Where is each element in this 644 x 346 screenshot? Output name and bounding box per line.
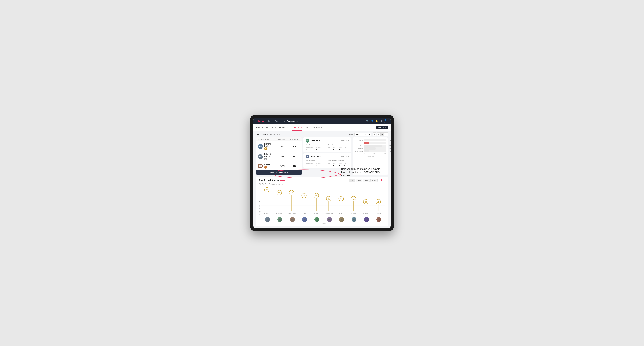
settings-icon[interactable]: ⚙: [380, 120, 382, 123]
svg-text:E. Ebert: E. Ebert: [264, 213, 270, 214]
table-row[interactable]: RB Richard Butler 1 19/20 110: [256, 141, 302, 152]
svg-text:6x: 6x: [278, 192, 280, 194]
bar-row-birdies: Birdies 96: [354, 142, 386, 144]
avatar-butler: RBu: [364, 217, 369, 222]
leaderboard-header: PLAYER NAME PB SCORE PB AVG SQ: [256, 137, 302, 141]
filter-ott[interactable]: OTT: [349, 179, 356, 182]
svg-text:6x: 6x: [291, 192, 293, 194]
streaks-filter: OTT APP ARG PUTT: [349, 179, 385, 182]
player-card-josh: JC Josh Coles 26 Aug 2023 Total Rounds T…: [304, 153, 351, 168]
avatar-mcherg: BM: [278, 217, 282, 222]
edit-icon[interactable]: ✏: [279, 133, 280, 135]
nav-links: Home Teams My Performance: [268, 120, 363, 122]
streak-svg: 0 2 4 6 7x E. Ebert: [261, 187, 385, 215]
view-icons: ▦ ≡ ▣ ⋮: [373, 133, 388, 136]
rank-badge-1: 1: [264, 147, 267, 150]
players-label: Players: [261, 223, 385, 224]
ott-label: Off The Tee, Fairway Accuracy: [259, 183, 385, 185]
svg-text:R. Britt: R. Britt: [314, 213, 319, 214]
tab-pga[interactable]: PGA: [272, 124, 276, 131]
annotation: Here you can see streaks your players ha…: [341, 167, 383, 177]
tab-pgat-players[interactable]: PGAT Players: [256, 124, 268, 131]
nav-my-performance[interactable]: My Performance: [284, 120, 298, 122]
table-row[interactable]: EC Edward Crossman 2 18/20 107: [256, 152, 302, 162]
svg-text:E. Crossman: E. Crossman: [324, 213, 333, 214]
filter-putt[interactable]: PUTT: [370, 179, 378, 182]
leaderboard-panel: PLAYER NAME PB SCORE PB AVG SQ RB: [256, 137, 302, 175]
profile-icon[interactable]: 👤▾: [384, 120, 387, 123]
svg-text:4x: 4x: [328, 198, 330, 200]
avatar: EC: [258, 154, 263, 159]
svg-text:5x: 5x: [303, 195, 305, 197]
nav-logo: clippd: [257, 120, 264, 123]
stats-grid: Total Rounds Tournament Practice 8 4: [306, 144, 349, 151]
table-row[interactable]: CM Cameron... 3 17/20 103: [256, 162, 302, 170]
main-content: Team Clippd 14 Players ✏ Show Last 3 mon…: [254, 131, 390, 228]
tab-team-clippd[interactable]: Team Clippd: [292, 124, 302, 131]
svg-text:3x: 3x: [365, 201, 367, 203]
tab-tour[interactable]: Tour: [306, 124, 310, 131]
player-info: EC Edward Crossman 2: [258, 153, 276, 161]
svg-text:6: 6: [260, 193, 260, 194]
streak-chart-container: Best Streak, Fairway Accuracy 0: [259, 187, 385, 224]
avatar: RB: [306, 139, 310, 143]
avatar: RB: [258, 144, 263, 149]
avatar-coles: JC: [302, 217, 307, 222]
tabs-bar: PGAT Players PGA Hcaps 1-5 Team Clippd T…: [254, 124, 390, 131]
bar-row-bogeys: Bogeys 311: [354, 148, 386, 150]
nav-teams[interactable]: Teams: [276, 120, 281, 122]
avatar-crossman: EC: [327, 217, 332, 222]
streaks-title: Best Round Streaks: [259, 179, 285, 181]
view-full-leaderboard-button[interactable]: View Full Leaderboard: [256, 170, 302, 175]
list-icon[interactable]: ≡: [376, 133, 380, 136]
svg-text:5x: 5x: [315, 195, 318, 197]
filter-arg[interactable]: ARG: [363, 179, 370, 182]
tab-all-players[interactable]: All Players: [313, 124, 322, 131]
player-info: RB Richard Butler 1: [258, 143, 276, 150]
period-select[interactable]: Last 3 months Last 6 months Last year: [354, 133, 371, 136]
player-card-header: RB Rees Britt 02 Sep 2023: [306, 139, 349, 143]
bell-icon[interactable]: 🔔: [375, 120, 378, 123]
practice-block: Total Practice Activities OTT APP ARG PU…: [328, 144, 349, 151]
bar-row-eagles: Eagles 3: [354, 139, 386, 141]
svg-text:3x: 3x: [377, 201, 380, 203]
card-icon[interactable]: ▣: [380, 133, 384, 136]
more-icon[interactable]: ⋮: [384, 133, 388, 136]
svg-text:D. Ford: D. Ford: [339, 213, 344, 214]
add-team-button[interactable]: Add Team: [376, 126, 388, 129]
player-card-rees: RB Rees Britt 02 Sep 2023 Total Rounds T…: [304, 137, 351, 152]
rounds-block: Total Rounds Tournament Practice 8 4: [306, 144, 326, 151]
user-icon[interactable]: 👤: [371, 120, 374, 123]
svg-text:J. Coles: J. Coles: [302, 213, 306, 214]
nav-bar: clippd Home Teams My Performance 🔍 👤 🔔 ⚙…: [254, 118, 390, 124]
bar-row-pars: Pars 499: [354, 145, 386, 147]
grid-icon[interactable]: ▦: [373, 133, 376, 136]
bar-row-dbogeys: D. Bogeys + 131: [354, 150, 386, 152]
bar-chart: Eagles 3 Birdies: [354, 139, 386, 152]
rank-badge-2: 2: [264, 158, 267, 161]
avatar-britt: RB: [314, 217, 320, 222]
svg-text:4x: 4x: [340, 198, 342, 200]
streaks-section: Best Round Streaks OTT APP ARG PUTT: [256, 177, 388, 226]
stats-grid: Total Rounds Tournament Practice 7 2: [306, 160, 349, 167]
team-header: Team Clippd 14 Players ✏ Show Last 3 mon…: [256, 133, 388, 136]
search-icon[interactable]: 🔍: [366, 120, 369, 123]
avatar-quick: CQ: [376, 217, 381, 222]
svg-text:7x: 7x: [266, 189, 268, 191]
svg-text:C. Quick: C. Quick: [376, 213, 381, 214]
filter-app[interactable]: APP: [356, 179, 362, 182]
avatar-ebert: EE: [265, 217, 270, 222]
arrow-left-icon: [280, 179, 285, 181]
x-axis: 0 200 400: [354, 153, 386, 154]
arrow-right-icon: [380, 179, 385, 181]
nav-home[interactable]: Home: [268, 120, 272, 122]
avatar: CM: [258, 164, 263, 169]
player-card-header: JC Josh Coles 26 Aug 2023: [306, 155, 349, 159]
practice-block: Total Practice Activities OTT APP ARG PU…: [328, 160, 349, 167]
avatar-billingham: DB: [290, 217, 295, 222]
y-axis-label: Best Streak, Fairway Accuracy: [259, 195, 260, 216]
avatar-miller: MM: [352, 217, 356, 222]
svg-text:4x: 4x: [352, 198, 354, 200]
show-controls: Show Last 3 months Last 6 months Last ye…: [348, 133, 388, 136]
tab-hcaps[interactable]: Hcaps 1-5: [279, 124, 288, 131]
